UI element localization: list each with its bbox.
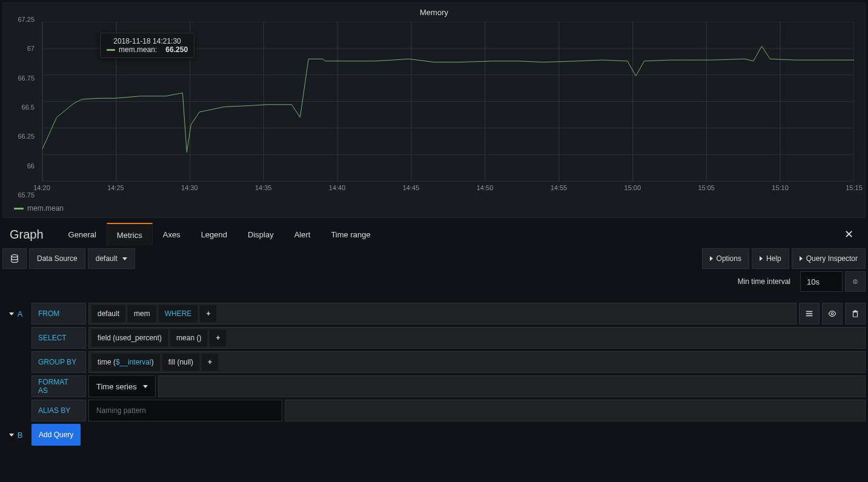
svg-rect-26 xyxy=(853,312,858,317)
legend-swatch xyxy=(14,208,24,210)
tab-general[interactable]: General xyxy=(58,223,107,246)
close-editor-button[interactable]: ✕ xyxy=(840,225,858,243)
min-time-interval-input[interactable] xyxy=(800,271,843,292)
query-menu-button[interactable] xyxy=(799,303,820,325)
chart-tooltip: 2018-11-18 14:21:30 mem.mean: 66.250 xyxy=(100,33,194,58)
groupby-keyword: GROUP BY xyxy=(31,351,86,373)
query-a-format-row: FORMAT AS Time series xyxy=(2,375,866,397)
trash-icon xyxy=(851,309,860,318)
caret-down-icon xyxy=(143,385,148,388)
database-icon xyxy=(10,254,19,263)
y-axis: 67.25 67 66.75 66.5 66.25 66 65.75 xyxy=(9,19,38,195)
svg-rect-22 xyxy=(806,311,813,312)
caret-down-icon xyxy=(9,312,14,315)
chart-panel: Memory 67.25 67 66.75 66.5 66.25 66 65.7… xyxy=(2,2,866,218)
help-button[interactable]: Help xyxy=(752,248,789,269)
min-time-interval-label: Min time interval xyxy=(731,271,798,292)
select-seg-mean[interactable]: mean () xyxy=(170,329,207,346)
eye-icon xyxy=(828,309,837,318)
tooltip-series-name: mem.mean: xyxy=(119,45,157,54)
select-keyword: SELECT xyxy=(31,327,86,349)
tab-metrics[interactable]: Metrics xyxy=(107,223,153,246)
svg-rect-23 xyxy=(806,313,813,314)
format-dropdown[interactable]: Time series xyxy=(88,375,156,397)
select-seg-field[interactable]: field (used_percent) xyxy=(91,329,168,346)
tab-display[interactable]: Display xyxy=(237,223,284,246)
options-row: Min time interval xyxy=(2,271,866,292)
svg-point-18 xyxy=(12,255,18,257)
from-keyword: FROM xyxy=(31,303,86,325)
svg-rect-21 xyxy=(855,282,856,283)
query-a-groupby-row: GROUP BY time ($__interval) fill (null) … xyxy=(2,351,866,373)
query-a-toggle[interactable]: A xyxy=(2,303,29,325)
options-button[interactable]: Options xyxy=(702,248,749,269)
query-delete-button[interactable] xyxy=(845,303,866,325)
query-a-alias-row: ALIAS BY xyxy=(2,400,866,421)
groupby-seg-fill[interactable]: fill (null) xyxy=(162,354,199,371)
caret-down-icon xyxy=(9,434,14,437)
chart-body[interactable]: 67.25 67 66.75 66.5 66.25 66 65.75 xyxy=(9,19,859,195)
query-b-toggle[interactable]: B xyxy=(2,424,29,446)
tab-legend[interactable]: Legend xyxy=(191,223,237,246)
tooltip-value: 66.250 xyxy=(165,45,188,54)
query-a-select-row: SELECT field (used_percent) mean () + xyxy=(2,327,866,349)
editor-tabbar: Graph General Metrics Axes Legend Displa… xyxy=(0,220,868,248)
tab-alert[interactable]: Alert xyxy=(284,223,321,246)
svg-rect-27 xyxy=(853,311,858,312)
from-track: default mem WHERE + xyxy=(88,303,797,325)
caret-right-icon xyxy=(800,256,803,261)
min-time-interval-info[interactable] xyxy=(845,271,866,292)
hamburger-icon xyxy=(805,309,813,318)
chart-legend[interactable]: mem.mean xyxy=(14,204,64,213)
select-add-button[interactable]: + xyxy=(210,329,226,346)
svg-rect-28 xyxy=(854,310,856,311)
datasource-toolbar: Data Source default Options Help Query I… xyxy=(2,248,866,269)
groupby-add-button[interactable]: + xyxy=(202,354,218,371)
metrics-editor: Data Source default Options Help Query I… xyxy=(0,248,868,446)
legend-series-name: mem.mean xyxy=(27,204,64,213)
data-source-dropdown[interactable]: default xyxy=(88,248,135,269)
groupby-track: time ($__interval) fill (null) + xyxy=(88,351,866,373)
query-b-row: B Add Query xyxy=(2,424,866,446)
groupby-seg-time[interactable]: time ($__interval) xyxy=(91,354,160,371)
from-seg-measurement[interactable]: mem xyxy=(128,305,156,322)
svg-point-25 xyxy=(831,312,833,315)
query-a-from-row: A FROM default mem WHERE + xyxy=(2,303,866,325)
tooltip-timestamp: 2018-11-18 14:21:30 xyxy=(107,37,188,45)
format-keyword: FORMAT AS xyxy=(31,375,86,397)
svg-point-20 xyxy=(855,280,856,281)
caret-down-icon xyxy=(122,257,127,260)
query-inspector-button[interactable]: Query Inspector xyxy=(792,248,866,269)
from-seg-default[interactable]: default xyxy=(91,305,125,322)
caret-right-icon xyxy=(760,256,763,261)
caret-right-icon xyxy=(710,256,713,261)
tab-time-range[interactable]: Time range xyxy=(320,223,380,246)
data-source-label: Data Source xyxy=(29,248,85,269)
info-icon xyxy=(853,277,858,286)
tab-axes[interactable]: Axes xyxy=(153,223,191,246)
select-track: field (used_percent) mean () + xyxy=(88,327,866,349)
where-keyword[interactable]: WHERE xyxy=(159,305,198,322)
svg-rect-24 xyxy=(806,315,813,317)
query-hide-button[interactable] xyxy=(822,303,843,325)
x-axis: 14:20 14:25 14:30 14:35 14:40 14:45 14:5… xyxy=(42,183,854,195)
editor-title: Graph xyxy=(10,228,44,242)
alias-keyword: ALIAS BY xyxy=(31,400,86,421)
alias-input[interactable] xyxy=(88,400,282,421)
where-add-button[interactable]: + xyxy=(200,305,216,322)
tooltip-swatch xyxy=(107,49,115,51)
datasource-icon-button[interactable] xyxy=(2,248,27,269)
add-query-button[interactable]: Add Query xyxy=(31,424,81,446)
chart-title: Memory xyxy=(9,8,859,17)
